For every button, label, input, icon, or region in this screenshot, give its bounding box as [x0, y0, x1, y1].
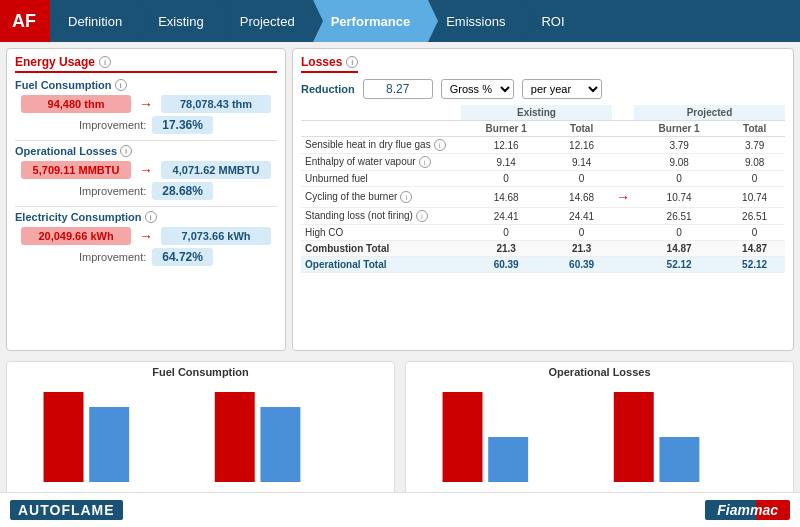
fuel-projected-value: 78,078.43 thm: [161, 95, 271, 113]
svg-rect-1: [89, 407, 129, 482]
op-losses-info-icon[interactable]: i: [120, 145, 132, 157]
table-cell-p_b1: 10.74: [634, 187, 724, 208]
tab-definition[interactable]: Definition: [50, 0, 140, 42]
elec-values-row: 20,049.66 kWh → 7,073.66 kWh: [15, 227, 277, 245]
nav-logo: AF: [0, 0, 50, 42]
reduction-input[interactable]: [363, 79, 433, 99]
bottom-bar: AUTOFLAME Fiammac: [0, 492, 800, 527]
table-header-projected: Projected: [634, 105, 785, 121]
main-content: Energy Usage i Fuel Consumption i 94,480…: [0, 42, 800, 357]
table-arrow-cell: [612, 154, 634, 171]
losses-title: Losses i: [301, 55, 358, 73]
table-cell-p_t: 52.12: [724, 257, 785, 273]
table-cell-p_t: 0: [724, 171, 785, 187]
svg-rect-7: [659, 437, 699, 482]
table-cell-p_t: 26.51: [724, 208, 785, 225]
table-subheader-e-total: Total: [551, 121, 612, 137]
table-cell-p_b1: 0: [634, 225, 724, 241]
table-subheader-row-label: [301, 121, 461, 137]
top-nav: AF Definition Existing Projected Perform…: [0, 0, 800, 42]
fuel-consumption-title: Fuel Consumption i: [15, 79, 277, 91]
elec-improvement-row: Improvement: 64.72%: [15, 248, 277, 266]
fuel-improvement-value: 17.36%: [152, 116, 213, 134]
table-cell-e_b1: 14.68: [461, 187, 551, 208]
gross-dropdown[interactable]: Gross % Net %: [441, 79, 514, 99]
table-cell-e_b1: 60.39: [461, 257, 551, 273]
elec-arrow-icon: →: [139, 228, 153, 244]
elec-projected-value: 7,073.66 kWh: [161, 227, 271, 245]
svg-rect-0: [44, 392, 84, 482]
table-cell-p_t: 0: [724, 225, 785, 241]
row-info-icon[interactable]: i: [400, 191, 412, 203]
op-losses-improvement-label: Improvement:: [79, 185, 146, 197]
elec-improvement-label: Improvement:: [79, 251, 146, 263]
tab-emissions[interactable]: Emissions: [428, 0, 523, 42]
chart-op-svg: [414, 382, 785, 492]
table-cell-e_t: 14.68: [551, 187, 612, 208]
table-row-label: Unburned fuel: [301, 171, 461, 187]
table-row-label: High CO: [301, 225, 461, 241]
table-subheader-e-b1: Burner 1: [461, 121, 551, 137]
chart-fuel-title: Fuel Consumption: [15, 366, 386, 378]
tab-performance[interactable]: Performance: [313, 0, 428, 42]
elec-info-icon[interactable]: i: [145, 211, 157, 223]
losses-panel: Losses i Reduction Gross % Net % per yea…: [292, 48, 794, 351]
fuel-info-icon[interactable]: i: [115, 79, 127, 91]
fuel-improvement-row: Improvement: 17.36%: [15, 116, 277, 134]
table-cell-p_b1: 9.08: [634, 154, 724, 171]
table-arrow-cell: [612, 257, 634, 273]
table-cell-p_t: 10.74: [724, 187, 785, 208]
reduction-label: Reduction: [301, 83, 355, 95]
row-info-icon[interactable]: i: [419, 156, 431, 168]
table-row-label: Sensible heat in dry flue gasi: [301, 137, 461, 154]
table-cell-p_b1: 26.51: [634, 208, 724, 225]
table-cell-e_t: 21.3: [551, 241, 612, 257]
losses-table: Existing Projected Burner 1 Total Burner…: [301, 105, 785, 273]
row-info-icon[interactable]: i: [434, 139, 446, 151]
table-cell-e_b1: 12.16: [461, 137, 551, 154]
energy-info-icon[interactable]: i: [99, 56, 111, 68]
elec-consumption-title: Electricity Consumption i: [15, 211, 277, 223]
table-cell-e_b1: 21.3: [461, 241, 551, 257]
op-losses-arrow-icon: →: [139, 162, 153, 178]
table-arrow-cell: [612, 208, 634, 225]
tab-projected[interactable]: Projected: [222, 0, 313, 42]
autoflame-logo: AUTOFLAME: [10, 500, 123, 520]
energy-panel: Energy Usage i Fuel Consumption i 94,480…: [6, 48, 286, 351]
table-cell-p_t: 3.79: [724, 137, 785, 154]
op-losses-values-row: 5,709.11 MMBTU → 4,071.62 MMBTU: [15, 161, 277, 179]
op-losses-improvement-row: Improvement: 28.68%: [15, 182, 277, 200]
losses-info-icon[interactable]: i: [346, 56, 358, 68]
chart-op-title: Operational Losses: [414, 366, 785, 378]
table-arrow-cell: [612, 241, 634, 257]
table-arrow-cell: [612, 171, 634, 187]
period-dropdown[interactable]: per year per month: [522, 79, 602, 99]
op-losses-improvement-value: 28.68%: [152, 182, 213, 200]
fuel-improvement-label: Improvement:: [79, 119, 146, 131]
table-cell-e_t: 0: [551, 171, 612, 187]
table-arrow-cell: →: [612, 187, 634, 208]
table-row-label: Cycling of the burneri: [301, 187, 461, 208]
table-cell-p_b1: 0: [634, 171, 724, 187]
tab-existing[interactable]: Existing: [140, 0, 222, 42]
table-cell-e_t: 9.14: [551, 154, 612, 171]
svg-rect-6: [614, 392, 654, 482]
fuel-existing-value: 94,480 thm: [21, 95, 131, 113]
tab-roi[interactable]: ROI: [523, 0, 582, 42]
table-row-label: Operational Total: [301, 257, 461, 273]
svg-rect-5: [488, 437, 528, 482]
table-cell-e_b1: 24.41: [461, 208, 551, 225]
table-header-existing: Existing: [461, 105, 612, 121]
fiammac-logo: Fiammac: [705, 500, 790, 520]
table-cell-e_b1: 9.14: [461, 154, 551, 171]
svg-rect-2: [215, 392, 255, 482]
energy-title: Energy Usage i: [15, 55, 277, 73]
elec-improvement-value: 64.72%: [152, 248, 213, 266]
table-row-label: Combustion Total: [301, 241, 461, 257]
row-info-icon[interactable]: i: [416, 210, 428, 222]
table-arrow-cell: [612, 225, 634, 241]
table-cell-e_t: 0: [551, 225, 612, 241]
table-header-label: [301, 105, 461, 121]
table-cell-e_b1: 0: [461, 171, 551, 187]
table-subheader-p-b1: Burner 1: [634, 121, 724, 137]
